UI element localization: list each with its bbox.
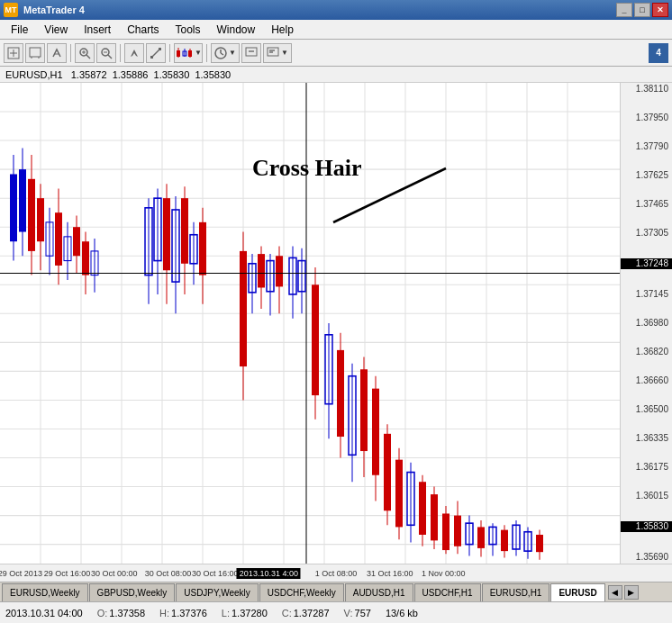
price-1.36335: 1.36335 bbox=[621, 434, 672, 443]
time-label-5: 30 Oct 16:00 bbox=[192, 569, 239, 578]
toolbar-sep-4 bbox=[206, 44, 207, 62]
title-bar-left: MT MetaTrader 4 bbox=[4, 3, 85, 17]
chart-container: EURUSD,H1 1.35872 1.35886 1.35830 1.3583… bbox=[0, 67, 672, 582]
svg-line-25 bbox=[221, 53, 223, 55]
status-size: 13/6 kb bbox=[386, 608, 418, 618]
price-scale: 1.38110 1.37950 1.37790 1.37625 1.37465 … bbox=[620, 83, 672, 564]
time-label-crosshair: 2013.10.31 4:00 bbox=[237, 568, 301, 579]
status-volume: V: 757 bbox=[344, 608, 371, 618]
tab-usdchf-h1[interactable]: USDCHF,H1 bbox=[414, 583, 481, 601]
svg-rect-105 bbox=[276, 256, 283, 286]
tab-eurusd-active[interactable]: EURUSD bbox=[550, 583, 604, 601]
menu-charts[interactable]: Charts bbox=[120, 21, 166, 39]
toolbar-btn-arrow[interactable] bbox=[124, 43, 144, 63]
price-1.36500: 1.36500 bbox=[621, 405, 672, 414]
time-axis: 29 Oct 2013 29 Oct 16:00 30 Oct 00:00 30… bbox=[0, 564, 672, 582]
tab-audusd-h1[interactable]: AUDUSD,H1 bbox=[345, 583, 413, 601]
time-label-2: 29 Oct 16:00 bbox=[44, 569, 91, 578]
price-1.37145: 1.37145 bbox=[621, 290, 672, 299]
toolbar-sep-1 bbox=[70, 44, 71, 62]
toolbar-btn-template1[interactable] bbox=[241, 43, 261, 63]
tab-usdchf-weekly[interactable]: USDCHF,Weekly bbox=[259, 583, 344, 601]
tab-next-btn[interactable]: ▶ bbox=[624, 585, 639, 600]
toolbar-btn-2[interactable] bbox=[25, 43, 45, 63]
toolbar-corner: 4 bbox=[649, 43, 668, 63]
toolbar-btn-line[interactable] bbox=[146, 43, 166, 63]
svg-rect-77 bbox=[73, 227, 80, 256]
tab-eurusd-weekly[interactable]: EURUSD,Weekly bbox=[2, 583, 88, 601]
status-datetime: 2013.10.31 04:00 bbox=[5, 608, 83, 618]
tab-prev-btn[interactable]: ◀ bbox=[608, 585, 622, 600]
svg-rect-87 bbox=[163, 198, 170, 270]
toolbar-zoom-in[interactable] bbox=[75, 43, 95, 63]
menu-insert[interactable]: Insert bbox=[77, 21, 118, 39]
toolbar-sep-2 bbox=[120, 44, 121, 62]
toolbar-zoom-out[interactable] bbox=[96, 43, 116, 63]
svg-rect-122 bbox=[372, 389, 379, 475]
toolbar-btn-template2[interactable]: ▼ bbox=[263, 43, 292, 63]
toolbar-btn-1[interactable] bbox=[4, 43, 23, 63]
svg-rect-120 bbox=[360, 369, 368, 451]
title-text: MetaTrader 4 bbox=[23, 5, 85, 15]
price-1.35690: 1.35690 bbox=[621, 553, 672, 562]
title-bar: MT MetaTrader 4 _ □ ✕ bbox=[0, 0, 672, 20]
price-1.38110: 1.38110 bbox=[621, 85, 672, 94]
app-icon: MT bbox=[4, 3, 18, 17]
toolbar-btn-3[interactable] bbox=[47, 43, 67, 63]
svg-rect-116 bbox=[337, 350, 344, 437]
price-1.36820: 1.36820 bbox=[621, 348, 672, 357]
chart-info-bar: EURUSD,H1 1.35872 1.35886 1.35830 1.3583… bbox=[0, 67, 672, 83]
svg-rect-124 bbox=[384, 434, 391, 510]
tab-eurusd-h1[interactable]: EURUSD,H1 bbox=[482, 583, 550, 601]
price-1.37465: 1.37465 bbox=[621, 200, 672, 209]
menu-file[interactable]: File bbox=[4, 21, 35, 39]
minimize-button[interactable]: _ bbox=[616, 3, 632, 17]
toolbar: ▼ ▼ ▼ 4 bbox=[0, 40, 672, 67]
menu-help[interactable]: Help bbox=[264, 21, 301, 39]
chart-svg bbox=[0, 83, 620, 564]
menu-window[interactable]: Window bbox=[210, 21, 263, 39]
svg-rect-91 bbox=[181, 198, 188, 264]
svg-rect-112 bbox=[312, 284, 319, 395]
time-label-1: 29 Oct 2013 bbox=[0, 569, 42, 578]
close-button[interactable]: ✕ bbox=[652, 3, 668, 17]
toolbar-candle-btn[interactable]: ▼ bbox=[174, 43, 203, 63]
svg-rect-73 bbox=[55, 212, 62, 266]
price-1.37305: 1.37305 bbox=[621, 229, 672, 238]
svg-line-8 bbox=[86, 55, 90, 59]
tab-gbpusd-weekly[interactable]: GBPUSD,Weekly bbox=[89, 583, 176, 601]
time-label-9: 1 Nov 00:00 bbox=[422, 569, 466, 578]
svg-rect-130 bbox=[419, 482, 426, 535]
price-1.36015: 1.36015 bbox=[621, 492, 672, 501]
price-1.37625: 1.37625 bbox=[621, 171, 672, 180]
svg-rect-15 bbox=[150, 56, 153, 59]
time-label-4: 30 Oct 08:00 bbox=[145, 569, 192, 578]
menu-tools[interactable]: Tools bbox=[168, 21, 208, 39]
status-bar: 2013.10.31 04:00 O: 1.37358 H: 1.37376 L… bbox=[0, 601, 672, 623]
status-open: O: 1.37358 bbox=[97, 608, 145, 618]
menu-bar: File View Insert Charts Tools Window Hel… bbox=[0, 20, 672, 40]
menu-view[interactable]: View bbox=[37, 21, 75, 39]
maximize-button[interactable]: □ bbox=[634, 3, 650, 17]
time-label-7: 1 Oct 08:00 bbox=[315, 569, 358, 578]
price-1.37790: 1.37790 bbox=[621, 142, 672, 151]
svg-rect-150 bbox=[536, 535, 543, 552]
toolbar-sep-3 bbox=[169, 44, 170, 62]
svg-rect-22 bbox=[188, 50, 192, 57]
svg-rect-144 bbox=[501, 530, 508, 551]
status-high: H: 1.37376 bbox=[159, 608, 207, 618]
title-bar-controls: _ □ ✕ bbox=[616, 3, 668, 17]
tab-bar: EURUSD,Weekly GBPUSD,Weekly USDJPY,Weekl… bbox=[0, 582, 672, 601]
chart-body: Cross Hair 1.38110 1.37950 1.37790 1.376… bbox=[0, 83, 672, 564]
svg-rect-95 bbox=[199, 222, 206, 275]
svg-rect-67 bbox=[28, 179, 35, 251]
time-label-3: 30 Oct 00:00 bbox=[91, 569, 138, 578]
status-low: L: 1.37280 bbox=[222, 608, 268, 618]
svg-rect-132 bbox=[431, 494, 438, 540]
svg-rect-69 bbox=[37, 198, 44, 241]
chart-canvas[interactable]: Cross Hair bbox=[0, 83, 620, 564]
price-1.37950: 1.37950 bbox=[621, 113, 672, 122]
tab-usdjpy-weekly[interactable]: USDJPY,Weekly bbox=[176, 583, 259, 601]
svg-rect-79 bbox=[82, 241, 89, 275]
toolbar-period-btn[interactable]: ▼ bbox=[211, 43, 240, 63]
